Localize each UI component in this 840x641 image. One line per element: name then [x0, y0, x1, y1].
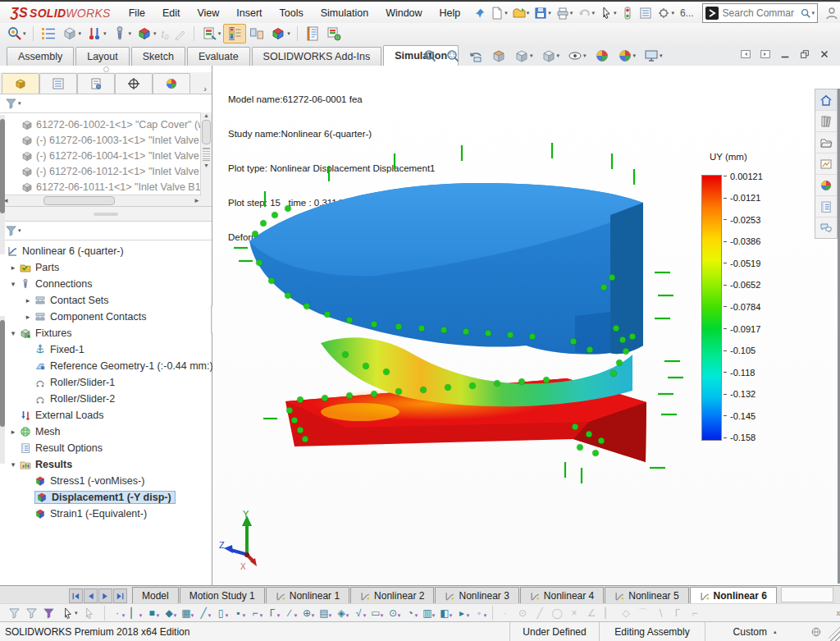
filter-faces-icon[interactable]: ■: [144, 607, 161, 620]
tree-item[interactable]: 61272-06-1002-1<1> "Cap Cover" (witho: [0, 117, 212, 132]
previous-view-button[interactable]: [466, 47, 486, 65]
expand-arrow-icon[interactable]: ▸: [21, 313, 34, 321]
dropdown-arrow-icon[interactable]: ▾: [527, 10, 530, 16]
filter-vertices-icon[interactable]: ·: [109, 607, 126, 620]
select-button[interactable]: ▾: [597, 4, 619, 22]
menu-simulation[interactable]: Simulation: [321, 7, 368, 19]
menu-tools[interactable]: Tools: [280, 7, 304, 19]
tree-item[interactable]: 61272-06-1011-1<1> "Inlet Valve B1 Sin: [0, 179, 212, 195]
dock-left-icon[interactable]: [740, 48, 751, 60]
dropdown-arrow-icon[interactable]: ▾: [153, 30, 157, 37]
clear-all-filters-icon[interactable]: [25, 607, 38, 620]
study-tree-item-stress1[interactable]: Stress1 (-vonMises-): [0, 473, 212, 489]
first-tab-button[interactable]: [69, 588, 83, 603]
dropdown-arrow-icon[interactable]: ▾: [671, 10, 674, 16]
study-tree-item-parts[interactable]: ▸Parts: [0, 259, 212, 276]
scroll-right-icon[interactable]: ►: [194, 197, 200, 204]
expand-arrow-icon[interactable]: ▸: [7, 428, 20, 436]
graphics-viewport[interactable]: Model name:61272-06-0001 fea Study name:…: [212, 66, 840, 585]
units-dropdown-icon[interactable]: ▴: [774, 629, 777, 635]
filter-sketch-points-icon[interactable]: ∕: [281, 607, 299, 620]
study-tree-item-strain1[interactable]: Strain1 (-Equivalent-): [0, 506, 212, 522]
dropdown-arrow-icon[interactable]: ▾: [218, 30, 221, 37]
edit-appearance-button[interactable]: [592, 47, 612, 65]
dropdown-arrow-icon[interactable]: ▾: [18, 100, 21, 107]
filter-funnel-icon[interactable]: [5, 98, 17, 110]
dropdown-arrow-icon[interactable]: ▾: [557, 53, 560, 59]
menu-help[interactable]: Help: [440, 7, 461, 19]
tab-feature-manager[interactable]: [2, 73, 39, 94]
tab-property-manager[interactable]: [39, 73, 77, 94]
search-input[interactable]: [721, 7, 800, 20]
filter-center-marks-icon[interactable]: ▤: [316, 607, 333, 620]
toolbar-overflow[interactable]: 6...: [680, 7, 694, 19]
menu-window[interactable]: Window: [386, 7, 422, 19]
tab-nonlinear-1[interactable]: Nonlinear 1: [266, 587, 349, 604]
toggle-selection-filter-icon[interactable]: [43, 607, 55, 620]
filter-coordinate-systems-icon[interactable]: ⌐: [247, 607, 264, 620]
compare-results-button[interactable]: [246, 25, 267, 43]
study-tree-item-mesh[interactable]: ▸Mesh: [0, 424, 212, 440]
tab-assembly[interactable]: Assembly: [7, 47, 74, 66]
task-pane-design-library-button[interactable]: [815, 111, 837, 132]
expand-arrow-icon[interactable]: ▸: [7, 263, 20, 272]
study-tree-item-results[interactable]: ▾Results: [0, 456, 212, 473]
task-pane-appearances-button[interactable]: [815, 175, 837, 196]
scroll-up-icon[interactable]: ▲: [203, 112, 209, 118]
tab-nonlinear-3[interactable]: Nonlinear 3: [435, 587, 518, 604]
panel-grip[interactable]: [0, 66, 212, 72]
task-pane-home-button[interactable]: [815, 89, 837, 111]
last-tab-button[interactable]: [113, 588, 127, 603]
plot-results-button[interactable]: [223, 24, 246, 43]
menu-edit[interactable]: Edit: [162, 7, 180, 19]
display-style-button[interactable]: ▾: [539, 47, 563, 65]
filter-weld-symbols-icon[interactable]: ▥: [419, 607, 436, 620]
dock-right-icon[interactable]: [760, 48, 771, 60]
dropdown-arrow-icon[interactable]: ▾: [79, 30, 82, 37]
panel-scrollbar-bottom[interactable]: [0, 316, 5, 464]
collapse-arrow-icon[interactable]: ▾: [7, 280, 20, 288]
result-legend[interactable]: UY (mm) 0.00121 -0.0121 -0.0253 -0.0386 …: [701, 152, 763, 442]
dropdown-arrow-icon[interactable]: ▾: [23, 30, 26, 37]
save-button[interactable]: ▾: [532, 4, 554, 22]
dropdown-arrow-icon[interactable]: ▾: [75, 610, 78, 616]
filter-edges-icon[interactable]: ▏: [126, 607, 144, 620]
previous-tab-button[interactable]: [84, 588, 98, 603]
filter-sketch-segments-icon[interactable]: Γ: [264, 607, 281, 620]
zoom-to-area-button[interactable]: [443, 47, 463, 65]
tab-dimxpert-manager[interactable]: [115, 73, 153, 94]
dropdown-arrow-icon[interactable]: ▾: [548, 10, 551, 16]
study-tree-item-displacement1[interactable]: Displacement1 (-Y disp-): [0, 489, 212, 506]
tab-solidworks-add-ins[interactable]: SOLIDWORKS Add-Ins: [252, 47, 382, 66]
study-tree-item-roller-slider-1[interactable]: Roller/Slider-1: [0, 374, 212, 391]
tab-layout[interactable]: Layout: [75, 47, 130, 66]
view-settings-button[interactable]: ▾: [641, 47, 665, 65]
tab-nonlinear-5[interactable]: Nonlinear 5: [605, 587, 688, 604]
filter-notes-icon[interactable]: ◔: [402, 607, 419, 620]
scroll-split-grip[interactable]: [203, 148, 210, 161]
scroll-thumb[interactable]: [202, 120, 211, 144]
dropdown-arrow-icon[interactable]: ▾: [504, 10, 508, 16]
doc-minimize-icon[interactable]: [779, 48, 791, 60]
tab-sketch[interactable]: Sketch: [131, 47, 185, 66]
dropdown-arrow-icon[interactable]: ▾: [614, 10, 617, 16]
filter-funnel-icon[interactable]: [5, 225, 17, 237]
dropdown-arrow-icon[interactable]: ▾: [570, 10, 573, 16]
plot-tools-button[interactable]: ▾: [267, 25, 293, 43]
filter-centerlines-icon[interactable]: ◈: [333, 607, 350, 620]
dropdown-arrow-icon[interactable]: ▾: [660, 53, 663, 59]
study-tree-item-component-contacts[interactable]: ▸Component Contacts: [0, 309, 212, 325]
dropdown-arrow-icon[interactable]: ▾: [633, 53, 637, 59]
filter-datums-icon[interactable]: ◧: [436, 607, 454, 620]
filter-dimensions-icon[interactable]: √: [350, 607, 368, 620]
study-tree-item-contact-sets[interactable]: ▸Contact Sets: [0, 292, 212, 309]
tab-nonlinear-2[interactable]: Nonlinear 2: [350, 587, 434, 604]
filter-solid-bodies-icon[interactable]: ▦: [178, 607, 195, 620]
menu-file[interactable]: File: [129, 7, 145, 19]
filter-planes-icon[interactable]: ▯: [212, 607, 230, 620]
dropdown-arrow-icon[interactable]: ▾: [287, 30, 290, 37]
search-dropdown-icon[interactable]: ▾: [812, 10, 815, 16]
tab-configuration-manager[interactable]: [77, 73, 115, 94]
study-options-button[interactable]: [38, 25, 59, 43]
study-root[interactable]: Nonlinear 6 (-quarter-): [0, 243, 212, 259]
